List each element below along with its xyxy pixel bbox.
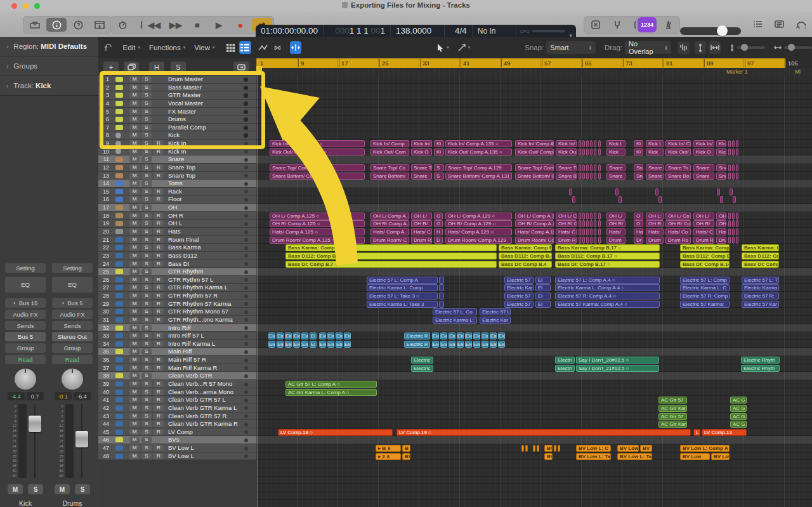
solo-button[interactable]: S xyxy=(141,109,152,115)
track-row[interactable]: 7MSParallel Comp xyxy=(98,124,256,132)
region[interactable]: Drum R xyxy=(411,237,432,244)
region[interactable]: Bass Karma: Comp B.7 ○ xyxy=(285,244,497,251)
track-row[interactable]: 37MSRMain Riff Karma R xyxy=(98,364,256,372)
region[interactable]: BV Low xyxy=(711,453,730,460)
record-enable-button[interactable]: R xyxy=(154,357,164,363)
master-mute-button[interactable] xyxy=(586,18,606,32)
region[interactable]: Electric 57 Karma: xyxy=(680,301,730,308)
region[interactable]: Kick Out/ xyxy=(665,148,691,155)
region[interactable] xyxy=(594,164,596,171)
track-name[interactable]: Intro Riff Karma L xyxy=(168,340,215,348)
region[interactable] xyxy=(732,173,735,180)
solo-button[interactable]: S xyxy=(141,164,152,171)
back-arrow-icon[interactable] xyxy=(102,41,114,54)
track-row[interactable]: 41MSRClean Verb GTR 57 L xyxy=(98,396,256,404)
region[interactable]: Sn xyxy=(634,164,643,171)
command-click-tool-menu[interactable]: ▾ xyxy=(458,44,471,51)
region[interactable]: Hats/ xyxy=(606,228,625,235)
library-button[interactable] xyxy=(25,18,45,32)
track-row[interactable]: 5MSFX Master xyxy=(98,108,256,116)
region[interactable]: Kick In/ C xyxy=(665,140,691,147)
region[interactable]: Bass DI: Comp B.17 ○ xyxy=(555,261,660,268)
record-enable-button[interactable]: R xyxy=(154,445,164,451)
record-enable-button[interactable]: R xyxy=(154,244,164,251)
region[interactable] xyxy=(730,188,733,195)
track-name[interactable]: Hats xyxy=(168,228,181,235)
track-name[interactable]: Kick In xyxy=(168,148,187,155)
region[interactable]: Electric 57 L xyxy=(480,308,511,315)
region[interactable]: Ele xyxy=(490,341,497,348)
mute-button[interactable]: M xyxy=(129,421,140,427)
hide-tracks-button[interactable]: H xyxy=(149,62,164,72)
mute-button[interactable]: M xyxy=(55,484,70,494)
region[interactable]: Bass Karma: Comp xyxy=(680,244,730,251)
region[interactable]: Hats/ C xyxy=(411,228,432,235)
track-name[interactable]: Snare Top xyxy=(168,164,195,171)
region[interactable]: ▸ 2 ∧ xyxy=(376,453,401,460)
region[interactable]: LV Comp.19 ○ xyxy=(396,429,691,436)
pan-knob[interactable] xyxy=(15,369,36,390)
region[interactable] xyxy=(615,188,619,195)
track-row[interactable]: 18MSROH R xyxy=(98,212,256,220)
input-slot[interactable]: ◐Bus 15 xyxy=(5,298,46,308)
solo-button[interactable]: S xyxy=(141,92,152,98)
region[interactable]: Drum Room/ Co xyxy=(515,237,554,244)
region[interactable]: Electric xyxy=(411,357,433,364)
region[interactable]: Bass D112: Comp B xyxy=(680,253,730,260)
solo-button[interactable]: S xyxy=(141,268,152,275)
mute-button[interactable]: M xyxy=(129,164,140,171)
region[interactable]: OH L/ xyxy=(411,213,432,220)
region[interactable]: Snare Bottom/ xyxy=(370,173,409,180)
region[interactable] xyxy=(582,213,585,220)
tracks-canvas[interactable]: Kick In/ Comp A.131 ○Kick In/ CompKick I… xyxy=(256,76,812,507)
region[interactable]: Hats/ Comp A. xyxy=(370,228,409,235)
mute-button[interactable]: M xyxy=(129,381,140,387)
region[interactable]: Snare Bottom/ C xyxy=(515,173,554,180)
region[interactable] xyxy=(579,213,581,220)
region[interactable]: Ele xyxy=(285,333,292,339)
track-row[interactable]: 38MSClean Verb GTR xyxy=(98,372,256,380)
track-row[interactable]: 40MSRClean Verb...arma Mono xyxy=(98,388,256,397)
region[interactable] xyxy=(579,148,581,155)
solo-button[interactable]: S xyxy=(141,413,152,419)
region[interactable] xyxy=(736,220,738,227)
region[interactable]: Ele xyxy=(301,333,308,339)
eq-thumbnail[interactable]: EQ xyxy=(52,277,93,293)
waveform-zoom-button[interactable] xyxy=(678,41,690,54)
region[interactable] xyxy=(554,445,556,452)
track-name[interactable]: Vocal Master xyxy=(168,100,203,107)
track-name[interactable]: Clean Verb...arma Mono xyxy=(168,388,233,396)
region[interactable]: El xyxy=(535,301,551,308)
solo-button[interactable]: S xyxy=(141,156,152,162)
region[interactable]: BV Low xyxy=(680,453,710,460)
region[interactable]: Drum Room/ Comp A.125 ○ xyxy=(270,237,365,244)
record-enable-button[interactable]: R xyxy=(154,301,164,307)
region[interactable]: Snare xyxy=(606,164,625,171)
solo-button[interactable]: S xyxy=(75,484,90,494)
record-enable-button[interactable]: R xyxy=(154,140,164,147)
region[interactable] xyxy=(586,228,589,235)
smart-controls-button[interactable] xyxy=(112,18,133,32)
region[interactable] xyxy=(533,445,535,452)
region[interactable]: Bass Karma: Comp B. xyxy=(499,244,552,251)
region[interactable] xyxy=(579,173,581,180)
track-row[interactable]: 2MSBass Master xyxy=(98,84,256,92)
region[interactable]: S xyxy=(434,164,444,171)
track-row[interactable]: 26MSRGTR Rythm 57 L xyxy=(98,276,256,284)
play-button[interactable]: ▶ xyxy=(209,18,229,32)
region[interactable]: Electric 57 R: Comp xyxy=(680,293,730,300)
region[interactable] xyxy=(594,140,596,147)
region[interactable] xyxy=(579,220,581,227)
record-enable-button[interactable]: R xyxy=(154,173,164,179)
track-name[interactable]: OH xyxy=(168,204,177,211)
region[interactable] xyxy=(598,140,601,147)
track-name[interactable]: Snare xyxy=(168,155,184,163)
solo-button[interactable]: S xyxy=(141,325,152,331)
stop-button[interactable]: ■ xyxy=(187,18,207,32)
region[interactable]: OH R/ C xyxy=(556,220,577,227)
track-name[interactable]: Bass Karma xyxy=(168,244,201,251)
metronome-button[interactable] xyxy=(658,18,678,32)
solo-button[interactable]: S xyxy=(141,445,152,451)
track-row[interactable]: 46MSBVs xyxy=(98,436,256,444)
region[interactable] xyxy=(594,173,596,180)
